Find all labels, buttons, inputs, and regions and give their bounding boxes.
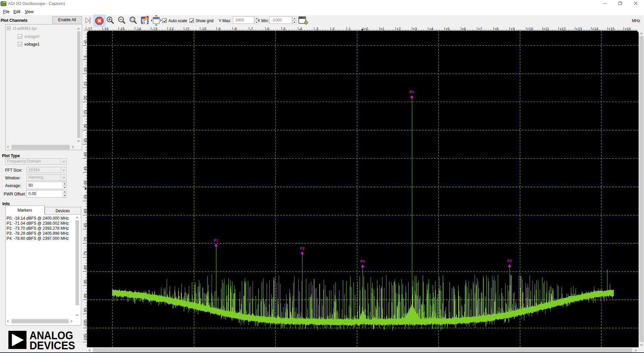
svg-text:P2: P2 — [300, 246, 304, 250]
svg-text:-4: -4 — [299, 27, 302, 31]
svg-text:+0: +0 — [83, 40, 87, 45]
svg-text:+3: +3 — [413, 27, 417, 31]
svg-text:+5: +5 — [445, 27, 450, 31]
svg-text:-17: -17 — [87, 27, 92, 31]
svg-text:+12: +12 — [559, 27, 566, 31]
svg-text:+2: +2 — [396, 27, 401, 31]
svg-text:-95: -95 — [83, 308, 87, 313]
svg-text:+8: +8 — [494, 27, 499, 31]
svg-text:-40: -40 — [83, 152, 87, 158]
svg-text:-25: -25 — [83, 110, 87, 115]
svg-text:-45: -45 — [83, 166, 87, 172]
svg-text:-70: -70 — [83, 237, 87, 242]
svg-text:-8: -8 — [233, 27, 237, 31]
svg-text:P3: P3 — [507, 259, 512, 263]
svg-text:-60: -60 — [83, 209, 87, 214]
svg-text:-11: -11 — [184, 27, 190, 31]
svg-text:-3: -3 — [315, 27, 318, 31]
svg-text:+10: +10 — [527, 27, 533, 31]
svg-text:-10: -10 — [201, 27, 206, 31]
svg-text:-16: -16 — [103, 27, 108, 31]
svg-text:P0: P0 — [410, 90, 414, 94]
svg-text:-12: -12 — [168, 27, 174, 31]
svg-text:+16: +16 — [625, 27, 631, 31]
svg-text:+7: +7 — [478, 27, 482, 31]
svg-text:+4: +4 — [429, 27, 433, 31]
svg-text:P1: P1 — [214, 238, 218, 242]
svg-text:+15: +15 — [608, 27, 615, 31]
svg-text:DEVICES: DEVICES — [30, 339, 75, 349]
svg-text:-100: -100 — [83, 320, 87, 327]
svg-text:-85: -85 — [83, 279, 87, 285]
svg-text:+0: +0 — [364, 27, 368, 31]
svg-text:-13: -13 — [152, 27, 157, 31]
svg-text:-14: -14 — [136, 27, 141, 31]
svg-text:+1: +1 — [380, 27, 384, 31]
svg-text:-2: -2 — [331, 27, 335, 31]
svg-text:-15: -15 — [119, 27, 125, 31]
svg-text:-10: -10 — [83, 68, 87, 73]
svg-text:-7: -7 — [250, 27, 253, 31]
svg-text:-30: -30 — [83, 124, 87, 129]
svg-text:P4: P4 — [360, 259, 365, 263]
svg-text:-75: -75 — [83, 251, 87, 257]
svg-text:+14: +14 — [592, 27, 598, 31]
svg-text:-90: -90 — [83, 294, 87, 299]
svg-text:+9: +9 — [511, 27, 515, 31]
svg-text:-55: -55 — [83, 195, 87, 200]
svg-text:-9: -9 — [217, 27, 221, 31]
svg-text:+13: +13 — [576, 27, 582, 31]
svg-text:-5: -5 — [282, 27, 286, 31]
svg-text:-65: -65 — [83, 223, 87, 228]
svg-text:-1: -1 — [347, 27, 351, 31]
svg-text:-6: -6 — [266, 27, 269, 31]
svg-text:-15: -15 — [83, 82, 87, 87]
svg-text:-105: -105 — [83, 334, 87, 341]
svg-text:+11: +11 — [543, 27, 549, 31]
svg-text:-50: -50 — [83, 181, 87, 186]
svg-text:-5: -5 — [83, 55, 87, 59]
svg-text:-20: -20 — [83, 96, 87, 101]
svg-text:+6: +6 — [462, 27, 466, 31]
svg-text:-35: -35 — [83, 138, 87, 143]
svg-text:-80: -80 — [83, 265, 87, 271]
